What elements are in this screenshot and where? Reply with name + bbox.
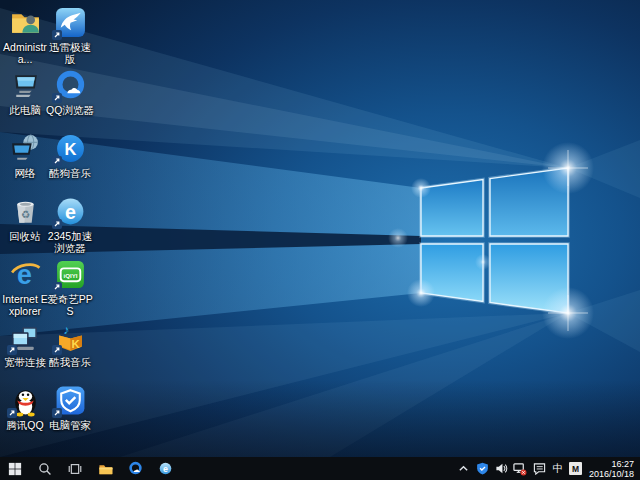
user-folder-icon	[9, 6, 42, 39]
e-browser-icon: e	[158, 461, 173, 476]
shortcut-arrow-badge	[52, 282, 62, 292]
svg-text:K: K	[64, 140, 76, 158]
desktop-icon-label: 电脑管家	[45, 419, 95, 431]
taskbar-clock[interactable]: 16:27 2016/10/18	[586, 459, 638, 479]
desktop-icon-thunder[interactable]: 迅雷极速版	[45, 6, 95, 65]
2345-browser-icon: e	[54, 195, 87, 228]
qq-browser-button[interactable]	[120, 457, 150, 480]
svg-text:♻: ♻	[20, 209, 29, 220]
windows-logo-icon	[8, 462, 22, 476]
svg-text:e: e	[163, 464, 168, 474]
iqiyi-pps-icon: iQIYI	[54, 258, 87, 291]
desktop-icon-label: QQ浏览器	[45, 104, 95, 116]
shortcut-arrow-badge	[7, 345, 17, 355]
qq-browser-icon	[54, 69, 87, 102]
desktop: Administra... 此电脑 网络 ♻ 回收站 e Internet Ex…	[0, 0, 640, 457]
tencent-qq-icon	[9, 384, 42, 417]
file-explorer-button[interactable]	[90, 457, 120, 480]
task-view-icon	[68, 462, 82, 476]
system-tray: 中 M 16:27 2016/10/18	[456, 459, 640, 479]
search-button[interactable]	[30, 457, 60, 480]
desktop-icon-label: 回收站	[0, 230, 50, 242]
desktop-icon-kuwo[interactable]: K♪ 酷我音乐	[45, 321, 95, 368]
clock-date: 2016/10/18	[589, 469, 634, 479]
action-center-icon[interactable]	[532, 461, 547, 477]
task-view-button[interactable]	[60, 457, 90, 480]
folder-icon	[98, 462, 113, 476]
desktop-icon-label: 宽带连接	[0, 356, 50, 368]
this-pc-icon	[9, 69, 42, 102]
network-disconnected-icon[interactable]	[513, 461, 528, 477]
qq-browser-icon	[128, 461, 143, 476]
recycle-bin-icon: ♻	[9, 195, 42, 228]
desktop-icon-2345-browser[interactable]: e 2345加速浏览器	[45, 195, 95, 254]
wallpaper-windows-hero	[0, 0, 640, 457]
taskbar: e 中 M 16:27 2016/10/18	[0, 457, 640, 480]
shortcut-arrow-badge	[52, 219, 62, 229]
desktop-icon-internet-explorer[interactable]: e Internet Explorer	[0, 258, 50, 317]
2345-browser-button[interactable]: e	[150, 457, 180, 480]
ime-badge[interactable]: M	[569, 462, 582, 475]
desktop-icon-tencent-qq[interactable]: 腾讯QQ	[0, 384, 50, 431]
desktop-icon-label: 此电脑	[0, 104, 50, 116]
desktop-icon-recycle-bin[interactable]: ♻ 回收站	[0, 195, 50, 242]
desktop-icon-qq-browser[interactable]: QQ浏览器	[45, 69, 95, 116]
shortcut-arrow-badge	[7, 408, 17, 418]
desktop-icon-network[interactable]: 网络	[0, 132, 50, 179]
desktop-icon-label: 酷狗音乐	[45, 167, 95, 179]
volume-icon[interactable]	[494, 461, 509, 477]
desktop-icon-label: 2345加速浏览器	[45, 230, 95, 254]
pc-manager-tray-shield-icon[interactable]	[475, 461, 490, 477]
desktop-icon-kugou[interactable]: K 酷狗音乐	[45, 132, 95, 179]
svg-text:♪: ♪	[63, 323, 69, 337]
desktop-icon-label: 腾讯QQ	[0, 419, 50, 431]
desktop-icon-this-pc[interactable]: 此电脑	[0, 69, 50, 116]
desktop-icon-label: Internet Explorer	[0, 293, 50, 317]
desktop-icon-broadband[interactable]: 宽带连接	[0, 321, 50, 368]
clock-time: 16:27	[589, 459, 634, 469]
svg-text:K: K	[71, 338, 80, 350]
shortcut-arrow-badge	[52, 408, 62, 418]
thunder-speed-icon	[54, 6, 87, 39]
shortcut-arrow-badge	[52, 30, 62, 40]
desktop-icon-iqiyi[interactable]: iQIYI 爱奇艺PPS	[45, 258, 95, 317]
desktop-icon-label: 迅雷极速版	[45, 41, 95, 65]
desktop-icon-label: 酷我音乐	[45, 356, 95, 368]
start-button[interactable]	[0, 457, 30, 480]
internet-explorer-icon: e	[9, 258, 42, 291]
desktop-icon-label: Administra...	[0, 41, 50, 65]
broadband-connection-icon	[9, 321, 42, 354]
shortcut-arrow-badge	[52, 156, 62, 166]
network-places-icon	[9, 132, 42, 165]
desktop-icon-label: 爱奇艺PPS	[45, 293, 95, 317]
desktop-icon-label: 网络	[0, 167, 50, 179]
hidden-icons-chevron[interactable]	[456, 461, 471, 477]
kugou-music-icon: K	[54, 132, 87, 165]
kuwo-music-icon: K♪	[54, 321, 87, 354]
shortcut-arrow-badge	[52, 93, 62, 103]
desktop-icon-administrator[interactable]: Administra...	[0, 6, 50, 65]
svg-text:iQIYI: iQIYI	[63, 272, 77, 279]
pc-manager-icon	[54, 384, 87, 417]
svg-text:e: e	[65, 201, 76, 223]
desktop-icon-pc-manager[interactable]: 电脑管家	[45, 384, 95, 431]
ime-language-indicator[interactable]: 中	[551, 462, 565, 476]
shortcut-arrow-badge	[52, 345, 62, 355]
search-icon	[38, 462, 52, 476]
